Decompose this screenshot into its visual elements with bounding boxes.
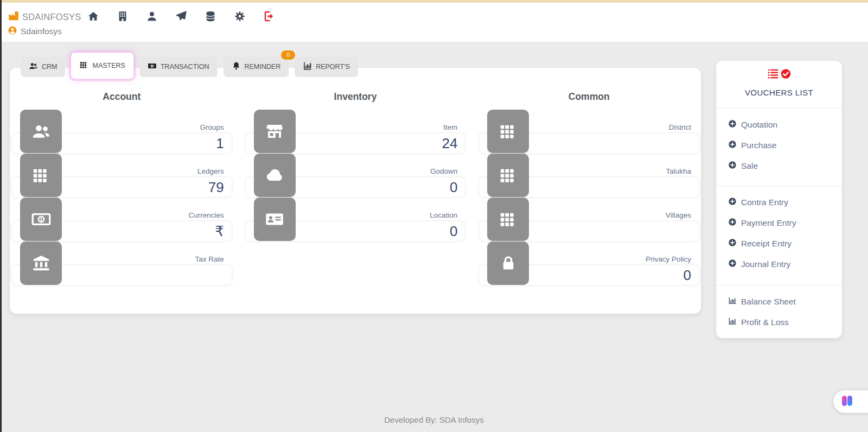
section-title: Account xyxy=(12,91,232,103)
stat-card-item[interactable]: Item 24 xyxy=(246,110,465,154)
stat-value: 79 xyxy=(208,179,224,195)
table-icon xyxy=(79,60,88,71)
tab-label: REPORT'S xyxy=(316,63,350,71)
voucher-item-sale[interactable]: Sale xyxy=(716,156,842,176)
module-tabs: CRM MASTERS 0 TRANSACTION 0 REMINDER REP… xyxy=(21,53,358,77)
voucher-item-contra-entry[interactable]: Contra Entry xyxy=(716,192,842,213)
stat-label: Item xyxy=(443,123,457,131)
stat-card-groups[interactable]: Groups 1 xyxy=(12,110,232,154)
banknote-icon: 1 xyxy=(20,198,62,241)
gear-icon[interactable] xyxy=(233,10,246,23)
vouchers-title: VOUCHERS LIST xyxy=(716,88,842,97)
tab-reminder[interactable]: 0 REMINDER xyxy=(224,56,289,77)
svg-text:0: 0 xyxy=(151,65,153,67)
voucher-item-purchase[interactable]: Purchase xyxy=(716,135,842,156)
stat-label: Groups xyxy=(200,123,224,131)
reminder-badge: 0 xyxy=(281,50,295,60)
vouchers-panel: VOUCHERS LIST Quotation Purchase Sale Co… xyxy=(716,61,842,338)
stat-label: Privacy Policy xyxy=(646,255,691,263)
voucher-label: Contra Entry xyxy=(741,198,788,207)
cloud-icon xyxy=(254,154,296,197)
section-account: Account Groups 1 Ledgers 79 xyxy=(12,91,232,285)
stat-card-godown[interactable]: Godown 0 xyxy=(246,154,465,198)
footer-credit: Developed By: SDA Infosys xyxy=(0,415,868,424)
vouchers-group-entries: Contra Entry Payment Entry Receipt Entry… xyxy=(716,186,842,281)
list-check-icon xyxy=(716,68,842,80)
home-icon[interactable] xyxy=(87,10,100,23)
stat-card-privacy-policy[interactable]: Privacy Policy 0 xyxy=(479,242,699,285)
stat-label: Talukha xyxy=(666,167,691,175)
stat-value: ₹ xyxy=(215,223,224,239)
voucher-label: Sale xyxy=(741,161,758,171)
stat-label: Villages xyxy=(666,211,691,219)
stat-card-villages[interactable]: Villages xyxy=(479,198,699,242)
table-icon xyxy=(487,110,529,153)
id-card-icon xyxy=(254,198,296,241)
stat-card-talukha[interactable]: Talukha xyxy=(479,154,699,198)
user-circle-icon xyxy=(8,26,17,37)
voucher-label: Payment Entry xyxy=(741,218,796,228)
plus-circle-icon xyxy=(728,238,737,249)
voucher-item-profit-loss[interactable]: Profit & Loss xyxy=(716,312,842,333)
factory-logo-icon xyxy=(8,10,20,24)
table-icon xyxy=(20,154,62,197)
voucher-item-receipt-entry[interactable]: Receipt Entry xyxy=(716,233,842,254)
vouchers-group-sales: Quotation Purchase Sale xyxy=(716,109,842,182)
stat-value: 1 xyxy=(216,135,224,151)
stat-card-currencies[interactable]: 1 Currencies ₹ xyxy=(12,198,232,242)
stat-card-district[interactable]: District xyxy=(479,110,699,154)
building-icon[interactable] xyxy=(116,10,129,23)
bank-icon xyxy=(20,242,62,285)
chart-icon xyxy=(728,317,737,328)
store-icon xyxy=(254,110,296,153)
vouchers-group-reports: Balance Sheet Profit & Loss xyxy=(716,285,842,339)
user-icon[interactable] xyxy=(145,10,158,23)
voucher-item-payment-entry[interactable]: Payment Entry xyxy=(716,213,842,233)
tab-label: CRM xyxy=(42,63,57,71)
section-title: Common xyxy=(479,91,699,103)
logout-icon[interactable] xyxy=(263,10,276,23)
voucher-item-journal-entry[interactable]: Journal Entry xyxy=(716,254,842,275)
tab-transaction[interactable]: 0 TRANSACTION xyxy=(139,56,218,77)
tab-label: MASTERS xyxy=(92,62,125,69)
tab-crm[interactable]: CRM xyxy=(21,56,65,77)
stat-label: Godown xyxy=(430,167,457,175)
voucher-item-quotation[interactable]: Quotation xyxy=(716,115,842,135)
username: Sdainfosys xyxy=(21,27,62,36)
stat-label: Currencies xyxy=(188,211,224,219)
brand[interactable]: SDAINFOSYS xyxy=(8,10,81,24)
tab-reports[interactable]: REPORT'S xyxy=(295,56,358,77)
top-accent-bar xyxy=(0,0,868,3)
brain-icon xyxy=(840,393,854,410)
voucher-label: Purchase xyxy=(741,141,776,150)
plus-circle-icon xyxy=(728,218,737,228)
voucher-label: Receipt Entry xyxy=(741,239,792,249)
voucher-item-balance-sheet[interactable]: Balance Sheet xyxy=(716,291,842,312)
vouchers-header: VOUCHERS LIST xyxy=(716,61,842,97)
users-icon xyxy=(20,110,62,153)
stat-card-location[interactable]: Location 0 xyxy=(246,198,465,242)
stat-label: Tax Rate xyxy=(195,255,224,263)
masters-panel: Account Groups 1 Ledgers 79 xyxy=(10,68,701,314)
section-title: Inventory xyxy=(246,91,465,103)
stat-value: 0 xyxy=(684,267,691,283)
extension-pill-button[interactable] xyxy=(833,390,868,413)
brand-text: SDAINFOSYS xyxy=(22,12,81,22)
stat-card-ledgers[interactable]: Ledgers 79 xyxy=(12,154,232,198)
plus-circle-icon xyxy=(728,197,737,208)
stat-label: District xyxy=(669,123,691,131)
send-icon[interactable] xyxy=(175,10,188,23)
table-icon xyxy=(487,198,529,241)
plus-circle-icon xyxy=(728,140,737,151)
tab-label: REMINDER xyxy=(245,63,281,71)
database-icon[interactable] xyxy=(204,10,217,23)
bell-icon xyxy=(232,61,241,72)
stat-value: 0 xyxy=(450,179,457,195)
stat-card-tax-rate[interactable]: Tax Rate xyxy=(12,242,232,285)
tab-masters[interactable]: MASTERS xyxy=(71,53,133,79)
svg-text:1: 1 xyxy=(40,216,43,222)
nav-icons xyxy=(87,10,276,23)
stat-label: Ledgers xyxy=(197,167,224,175)
chart-icon xyxy=(728,296,737,307)
current-user[interactable]: Sdainfosys xyxy=(8,26,62,37)
